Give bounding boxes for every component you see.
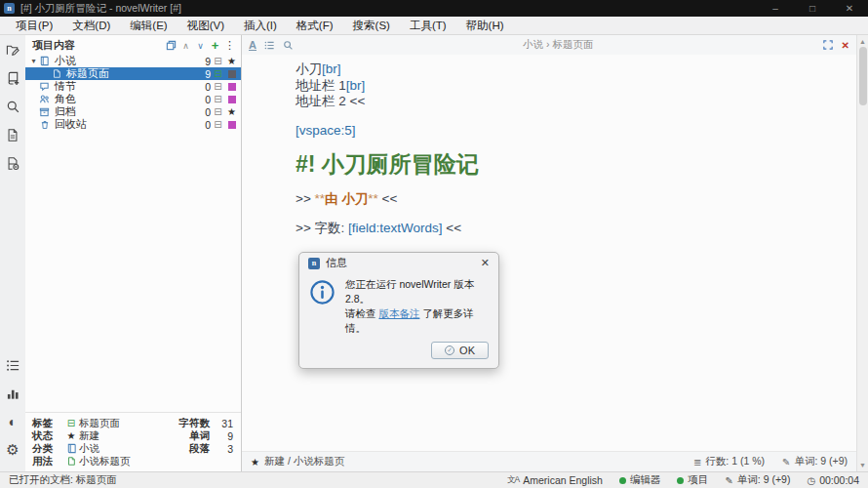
tree-item-label: 回收站 xyxy=(51,117,196,132)
outline-icon[interactable] xyxy=(264,40,275,51)
detail-value: 小说 xyxy=(79,442,99,456)
maximize-button[interactable]: □ xyxy=(794,3,831,14)
menu-item[interactable]: 搜索(S) xyxy=(343,19,400,33)
editor-line: >> **由 小刀** << xyxy=(296,191,837,208)
scrollbar-thumb[interactable] xyxy=(859,47,867,105)
stats-bar-chart-icon[interactable] xyxy=(2,384,23,403)
menu-item[interactable]: 帮助(H) xyxy=(456,19,514,33)
active-checkbox-icon: ⊟ xyxy=(211,68,225,79)
editor-body[interactable]: 小刀[br]地址栏 1[br]地址栏 2 <<[vspace:5]#! 小刀厕所… xyxy=(242,55,856,451)
novel-view-icon[interactable] xyxy=(2,68,23,88)
editor-toolbar: A xyxy=(249,40,294,51)
minimize-button[interactable]: – xyxy=(757,3,794,14)
dialog-app-icon: n xyxy=(308,258,320,269)
tree-row[interactable]: 回收站0⊟ xyxy=(25,118,241,131)
tree-word-count: 0 xyxy=(196,81,211,93)
outline-list-icon[interactable] xyxy=(2,355,23,375)
search-icon[interactable] xyxy=(2,97,23,116)
active-checkbox-icon: ⊟ xyxy=(211,81,225,92)
move-down-icon[interactable]: ∨ xyxy=(193,41,208,51)
ok-check-icon: ✓ xyxy=(445,346,454,355)
move-up-icon[interactable]: ∧ xyxy=(178,41,193,51)
detail-row: 用法小说标题页 xyxy=(32,455,163,468)
close-button[interactable]: ✕ xyxy=(831,3,868,14)
pen-icon: ✎ xyxy=(782,457,790,468)
trash-icon xyxy=(38,119,51,130)
menu-item[interactable]: 编辑(E) xyxy=(120,19,177,33)
menu-item[interactable]: 工具(T) xyxy=(400,19,456,33)
dialog-title-bar[interactable]: n 信息 ✕ xyxy=(299,253,498,273)
format-toolbar-icon[interactable]: A xyxy=(249,40,256,51)
project-panel-title: 项目内容 xyxy=(32,38,164,53)
menu-item[interactable]: 视图(V) xyxy=(178,19,234,33)
detail-row: 标签⊟标题页面 xyxy=(32,417,163,429)
editor-footer-lines: ≣ 行数: 1 (1 %) xyxy=(693,455,765,468)
project-edit-icon[interactable] xyxy=(2,40,23,60)
editor-footer-lines-text: 行数: 1 (1 %) xyxy=(705,455,765,468)
theme-contrast-icon[interactable]: ◐ xyxy=(2,412,23,431)
detail-value: 新建 xyxy=(79,429,99,443)
text-segment: >> xyxy=(296,191,315,206)
menu-item[interactable]: 格式(F) xyxy=(287,19,343,33)
active-checkbox-icon: ⊟ xyxy=(211,106,225,117)
menu-item[interactable]: 项目(P) xyxy=(6,19,62,33)
editor-line: #! 小刀厕所冒险记 xyxy=(296,149,837,179)
project-panel: 项目内容 ∧ ∨ + ⋮ ▾小说9⊟★标题页面9⊟情节0⊟角色0⊟归档0⊟★回收… xyxy=(25,35,242,471)
tree-word-count: 0 xyxy=(196,106,211,118)
app-logo-icon: n xyxy=(4,3,15,14)
focus-mode-icon[interactable] xyxy=(823,40,833,50)
expander-icon[interactable]: ▾ xyxy=(29,57,38,65)
tree-word-count: 0 xyxy=(196,119,211,131)
tree-word-count: 9 xyxy=(196,68,211,80)
tree-menu-dots-icon[interactable]: ⋮ xyxy=(222,39,237,52)
quick-links-icon[interactable] xyxy=(164,40,178,51)
status-session-time: ◷ 00:00:04 xyxy=(807,474,859,486)
text-segment: [field:textWords] xyxy=(348,221,443,235)
editor-line: 小刀[br] xyxy=(296,61,837,78)
status-star-icon: ★ xyxy=(251,457,259,468)
editor-footer-status-text: 新建 / 小说标题页 xyxy=(264,455,344,468)
ok-button[interactable]: ✓ OK xyxy=(431,342,489,359)
detail-row: 状态★新建 xyxy=(32,429,163,442)
search-document-icon[interactable] xyxy=(283,40,294,51)
status-flag-icon xyxy=(225,83,238,91)
dialog-button-row: ✓ OK xyxy=(299,342,498,368)
stat-value: 3 xyxy=(210,443,233,455)
dialog-close-icon[interactable]: ✕ xyxy=(481,257,490,269)
detail-label: 用法 xyxy=(32,455,63,468)
document-remove-icon[interactable] xyxy=(2,153,23,173)
activity-bar: ◐ ⚙ xyxy=(0,35,25,471)
editor-footer-words-text: 单词: 9 (+9) xyxy=(794,455,848,468)
add-item-icon[interactable]: + xyxy=(208,41,222,51)
detail-label: 标签 xyxy=(32,417,63,430)
info-dialog: n 信息 ✕ 您正在运行 novelWriter 版本 2.8。 请检查 版本备… xyxy=(298,252,499,369)
close-document-icon[interactable]: ✕ xyxy=(842,40,849,51)
document-icon[interactable] xyxy=(2,125,23,144)
scroll-up-icon[interactable]: ▲ xyxy=(859,38,866,45)
active-checkbox-icon: ⊟ xyxy=(211,119,225,130)
release-notes-link[interactable]: 版本备注 xyxy=(378,307,419,319)
editor-line: [vspace:5] xyxy=(296,123,837,140)
book-icon xyxy=(63,443,79,454)
clock-icon: ◷ xyxy=(807,475,815,486)
menu-item[interactable]: 文档(D) xyxy=(62,19,120,33)
text-segment: 小刀厕所冒险记 xyxy=(315,151,478,177)
editor-scrollbar[interactable]: ▲ ▼ xyxy=(856,35,868,471)
status-words: ✎ 单词: 9 (+9) xyxy=(725,473,790,487)
tree-word-count: 0 xyxy=(196,94,211,105)
text-segment: ** xyxy=(368,191,378,206)
status-document: 已打开的文档: 标题页面 xyxy=(9,473,491,487)
status-editor-text: 编辑器 xyxy=(630,473,661,487)
text-segment: 地址栏 1 xyxy=(296,78,346,93)
menu-item[interactable]: 插入(I) xyxy=(234,19,287,33)
status-square-icon xyxy=(228,83,236,91)
editor-footer: ★ 新建 / 小说标题页 ≣ 行数: 1 (1 %) ✎ 单词: 9 (+9) xyxy=(242,451,856,471)
text-segment: >> 字数: xyxy=(296,221,348,235)
status-language[interactable]: 文A American English xyxy=(507,474,603,486)
stat-row: 单词9 xyxy=(163,429,233,442)
dialog-message-line1: 您正在运行 novelWriter 版本 2.8。 xyxy=(345,278,474,305)
settings-gear-icon[interactable]: ⚙ xyxy=(2,440,23,460)
scroll-down-icon[interactable]: ▼ xyxy=(859,462,866,468)
status-project-text: 项目 xyxy=(688,473,708,487)
text-segment: [vspace:5] xyxy=(296,123,356,138)
